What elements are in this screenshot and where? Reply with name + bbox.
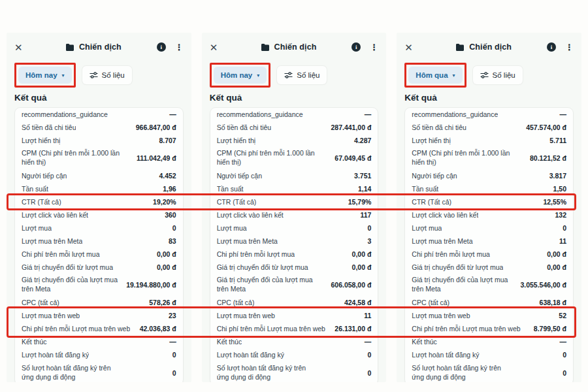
folder-icon <box>455 43 465 51</box>
sliders-icon <box>284 71 293 79</box>
metric-value: 19,20% <box>153 198 176 206</box>
metrics-label: Số liệu <box>297 71 319 79</box>
date-range-dropdown[interactable]: Hôm qua ▾ <box>408 67 462 84</box>
metric-value: 83 <box>169 237 176 245</box>
metric-label: Chi phí trên mỗi lượt mua <box>217 250 295 258</box>
metric-value: 606.058,00 đ <box>331 281 371 289</box>
metric-label: Giá trị chuyển đổi của lượt mua trên Met… <box>412 276 510 293</box>
metric-label: Số tiền đã chi tiêu <box>22 123 76 131</box>
metrics-table: recommendations_guidance—Số tiền đã chi … <box>14 107 184 382</box>
metric-row: Giá trị chuyển đổi của lượt mua trên Met… <box>210 274 378 296</box>
folder-icon <box>261 43 270 51</box>
metric-value: 0 <box>172 351 176 359</box>
metric-value: 80.121,52 đ <box>530 154 566 163</box>
metric-value: 11 <box>559 237 566 245</box>
metric-row: CPM (Chi phí trên mỗi 1.000 lần hiển thị… <box>210 147 378 169</box>
metric-row: Lượt hiển thị5.711 <box>405 134 573 147</box>
metric-value: — <box>365 338 372 346</box>
metric-row: Chi phí trên mỗi lượt mua0,00 đ <box>15 248 183 261</box>
metric-label: Lượt mua trên Meta <box>217 237 278 245</box>
metric-value: 3.055.546,00 đ <box>520 281 566 289</box>
metric-row: Lượt mua trên web11 <box>210 309 378 322</box>
metric-label: CPC (tất cả) <box>217 299 255 306</box>
metric-row: Số tiền đã chi tiêu457.574,00 đ <box>405 121 573 134</box>
metric-label: Lượt click vào liên kết <box>412 211 478 219</box>
metric-value: 3.751 <box>354 172 371 180</box>
metric-row: Người tiếp cận3.751 <box>210 169 378 182</box>
metric-label: Giá trị chuyển đổi của lượt mua trên Met… <box>217 276 316 293</box>
metric-row: recommendations_guidance— <box>15 108 183 121</box>
header-actions: i ⋮ <box>157 42 184 52</box>
metric-row: CPC (tất cả)638,18 đ <box>405 296 573 309</box>
metric-value: 0 <box>563 369 566 378</box>
metric-label: Lượt mua trên Meta <box>22 237 82 245</box>
metric-label: Số tiền đã chi tiêu <box>217 123 271 131</box>
close-icon[interactable]: ✕ <box>404 42 420 52</box>
date-range-dropdown[interactable]: Hôm nay ▾ <box>214 67 267 84</box>
metric-row: Người tiếp cận3.817 <box>405 169 573 182</box>
menu-kebab-icon[interactable]: ⋮ <box>370 43 378 52</box>
metrics-button[interactable]: Số liệu <box>82 66 132 84</box>
metrics-button[interactable]: Số liệu <box>473 66 523 84</box>
metric-label: Chi phí trên mỗi Lượt mua trên web <box>412 325 520 333</box>
metric-label: Người tiếp cận <box>412 172 457 180</box>
metric-label: Lượt hoàn tất đăng ký <box>412 351 479 359</box>
metric-label: Kết thúc <box>412 338 437 346</box>
date-range-dropdown[interactable]: Hôm nay ▾ <box>18 67 72 84</box>
sliders-icon <box>90 71 98 79</box>
metrics-button[interactable]: Số liệu <box>277 66 327 84</box>
metric-label: Lượt hoàn tất đăng ký <box>217 351 284 359</box>
info-icon[interactable]: i <box>351 42 361 52</box>
metric-value: 1,14 <box>358 185 371 193</box>
metric-label: Kết thúc <box>217 338 242 346</box>
info-icon[interactable]: i <box>157 42 166 52</box>
metric-row: Chi phí trên mỗi lượt mua0,00 đ <box>405 248 573 261</box>
metric-row: Lượt mua trên web23 <box>15 309 183 322</box>
metric-row: recommendations_guidance— <box>210 108 378 121</box>
menu-kebab-icon[interactable]: ⋮ <box>565 43 574 52</box>
metric-row: Kết thúc— <box>210 335 378 348</box>
metric-value: 26.131,00 đ <box>335 325 371 333</box>
metric-label: Lượt click vào liên kết <box>217 211 284 219</box>
close-icon[interactable]: ✕ <box>14 42 30 52</box>
metric-label: Số tiền đã chi tiêu <box>412 123 466 131</box>
metric-value: 1,96 <box>163 185 176 193</box>
metric-label: Lượt mua trên Meta <box>412 237 472 245</box>
metric-row: Giá trị chuyển đổi từ lượt mua0,00 đ <box>210 261 378 274</box>
metric-value: 8.707 <box>159 137 176 144</box>
annotation-box-date: Hôm qua ▾ <box>404 63 466 88</box>
metric-value: 0,00 đ <box>157 263 176 271</box>
metric-row: Lượt hoàn tất đăng ký0 <box>15 348 183 361</box>
metric-label: Lượt mua trên web <box>22 312 80 319</box>
metric-row: Lượt mua trên web52 <box>405 309 573 322</box>
chevron-down-icon: ▾ <box>453 73 455 78</box>
metric-row: CTR (Tất cả)12,55% <box>405 195 573 208</box>
results-heading: Kết quả <box>14 93 184 103</box>
metric-label: Lượt hiển thị <box>412 137 450 144</box>
metric-value: 0,00 đ <box>352 263 372 271</box>
metric-row: Giá trị chuyển đổi từ lượt mua0,00 đ <box>405 261 573 274</box>
page-title: Chiến dịch <box>469 42 512 52</box>
metric-label: Tần suất <box>217 185 244 193</box>
close-icon[interactable]: ✕ <box>210 42 225 52</box>
metric-row: Kết thúc— <box>405 335 573 348</box>
metric-value: 132 <box>555 211 566 219</box>
metrics-label: Số liệu <box>493 71 515 79</box>
header-actions: i ⋮ <box>547 42 574 52</box>
metric-label: CTR (Tất cả) <box>412 198 451 206</box>
metric-row: Lượt mua trên Meta83 <box>15 235 183 248</box>
metric-value: 0 <box>172 224 176 232</box>
metric-row: Lượt hiển thị8.707 <box>15 134 183 147</box>
info-icon[interactable]: i <box>547 42 556 52</box>
menu-kebab-icon[interactable]: ⋮ <box>175 43 184 52</box>
metric-value: — <box>169 338 176 346</box>
metric-row: CPM (Chi phí trên mỗi 1.000 lần hiển thị… <box>15 147 183 169</box>
metric-label: CTR (Tất cả) <box>22 198 61 206</box>
metric-value: 0 <box>172 369 176 378</box>
metric-row: CPC (tất cả)424,58 đ <box>210 296 378 309</box>
metric-value: 11 <box>364 312 371 319</box>
date-range-label: Hôm nay <box>221 71 253 79</box>
metric-label: Lượt mua trên web <box>217 312 275 319</box>
metric-row: Số lượt hoàn tất đăng ký trên ứng dụng d… <box>210 361 378 382</box>
chevron-down-icon: ▾ <box>62 73 65 78</box>
